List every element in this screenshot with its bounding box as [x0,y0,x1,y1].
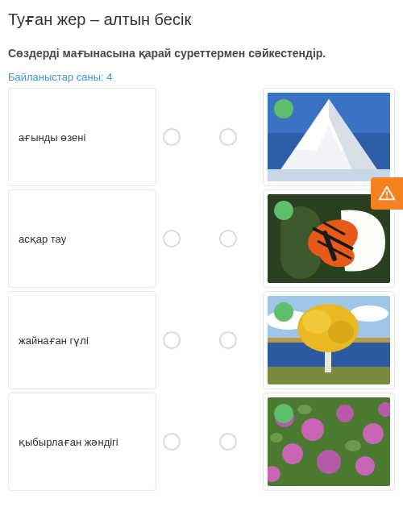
badge-icon [274,99,293,118]
term-label: жайнаған гүлі [19,335,89,347]
match-row: қыбырлаған жәндігі [8,393,395,491]
badge-icon [274,201,293,220]
svg-point-27 [336,405,354,422]
match-radio-right[interactable] [219,230,237,247]
svg-point-31 [355,456,375,476]
match-radio-right[interactable] [219,331,237,349]
match-radio-left[interactable] [163,128,181,146]
match-row: асқар тау [8,189,395,288]
match-row: жайнаған гүлі [8,291,395,389]
svg-point-23 [328,321,354,343]
match-radio-right[interactable] [219,433,237,451]
instruction-text: Сөздерді мағынасына қарай суреттермен сә… [8,47,395,60]
connections-count: Байланыстар саны: 4 [8,71,395,83]
match-radio-left[interactable] [163,230,181,247]
svg-point-26 [301,418,324,441]
term-card[interactable]: ағынды өзені [8,88,156,186]
autumn-tree-image [268,296,390,384]
svg-point-35 [345,440,361,451]
match-radio-right[interactable] [219,128,237,146]
term-card[interactable]: қыбырлаған жәндігі [8,393,156,491]
svg-point-28 [363,423,384,444]
svg-point-34 [297,405,312,414]
term-label: асқар тау [19,233,66,245]
match-radio-left[interactable] [163,331,181,349]
term-label: қыбырлаған жәндігі [19,436,118,448]
image-card[interactable] [263,393,395,491]
mountain-image [268,93,390,181]
svg-point-36 [270,433,283,443]
svg-point-38 [386,196,388,197]
clover-field-image [268,397,390,486]
svg-point-30 [317,450,341,474]
image-card[interactable] [263,88,395,186]
term-card[interactable]: жайнаған гүлі [8,291,156,389]
quiz-container: Туған жер – алтын бесік Сөздерді мағынас… [0,0,403,499]
page-title: Туған жер – алтын бесік [8,10,395,29]
match-radio-left[interactable] [163,433,181,451]
badge-icon [274,404,293,423]
term-label: ағынды өзені [19,131,85,143]
badge-icon [274,302,293,322]
match-rows: ағынды өзені [8,88,395,491]
match-row: ағынды өзені [8,88,395,186]
term-card[interactable]: асқар тау [8,189,156,288]
svg-point-22 [302,310,331,334]
image-card[interactable] [263,291,395,389]
svg-point-29 [282,443,303,464]
report-button[interactable] [371,177,403,210]
warning-icon [378,185,396,202]
